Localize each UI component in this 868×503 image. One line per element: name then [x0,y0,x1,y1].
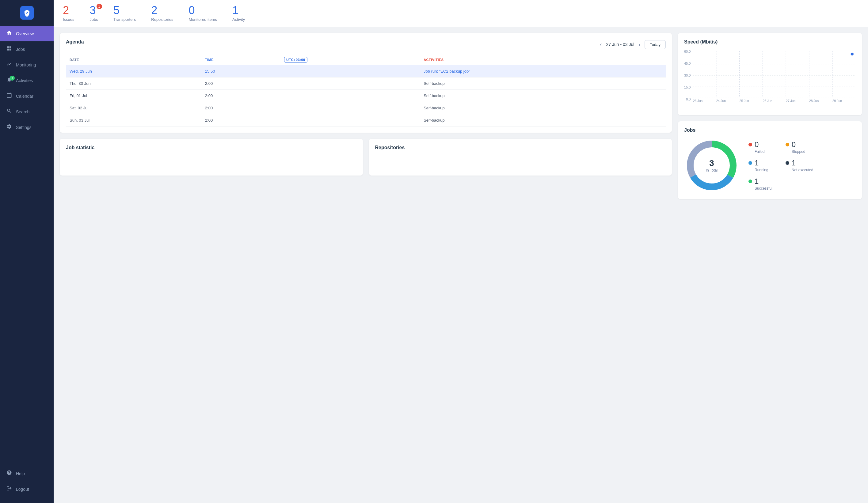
jobs-chart-title: Jobs [684,127,856,133]
agenda-activity: Self-backup [420,114,666,126]
agenda-date-range: 27 Jun - 03 Jul [606,42,634,47]
agenda-tz [280,114,420,126]
running-dot [748,161,752,165]
job-statistic-card: Job statistic [60,139,363,176]
stat-issues[interactable]: 2 Issues [63,5,74,22]
agenda-table: DATE TIME UTC+03:00 ACTIVITIES Wed, 29 J… [66,54,666,126]
agenda-row: Sun, 03 Jul 2:00 Self-backup [66,114,666,126]
speed-chart-title: Speed (Mbit/s) [684,39,856,45]
sidebar-item-label: Settings [16,125,32,130]
svg-text:28 Jun: 28 Jun [809,99,819,103]
col-tz: UTC+03:00 [280,54,420,65]
sidebar: Overview Jobs Monitoring 1 Activities [0,0,54,503]
search-icon [6,108,12,115]
y-label-60: 60.0 [684,50,691,53]
legend-failed: 0 Failed [748,140,776,154]
successful-dot [748,179,752,183]
sidebar-logo [0,0,54,23]
agenda-time: 15:50 [202,65,280,77]
sidebar-item-search[interactable]: Search [0,104,54,119]
settings-icon [6,124,12,131]
agenda-activity: Self-backup [420,102,666,114]
help-icon [6,470,12,477]
monitored-count: 0 [189,5,195,16]
sidebar-item-logout[interactable]: Logout [0,481,54,497]
svg-point-11 [851,53,854,55]
not-executed-dot [786,161,789,165]
activity-count: 1 [232,5,238,16]
failed-dot [748,143,752,146]
svg-text:27 Jun: 27 Jun [786,99,796,103]
content-area: Agenda ‹ 27 Jun - 03 Jul › Today DATE TI… [54,27,868,503]
svg-text:29 Jun: 29 Jun [833,99,842,103]
failed-label: Failed [748,149,776,154]
jobs-icon [6,46,12,53]
monitored-label: Monitored items [189,17,217,22]
stat-transporters[interactable]: 5 Transporters [113,5,136,22]
successful-label: Successful [748,186,776,190]
donut-total: 3 [706,158,717,168]
sidebar-item-settings[interactable]: Settings [0,119,54,135]
agenda-time: 2:00 [202,90,280,102]
sidebar-bottom: Help Logout [0,465,54,503]
agenda-tz [280,90,420,102]
donut-label: In Total [706,168,717,172]
stopped-dot [786,143,789,146]
y-label-15: 15.0 [684,85,691,89]
agenda-title: Agenda [66,39,84,45]
shield-icon [20,6,34,20]
sidebar-item-label: Jobs [16,47,25,52]
sidebar-item-help[interactable]: Help [0,465,54,481]
svg-text:25 Jun: 25 Jun [740,99,749,103]
sidebar-item-calendar[interactable]: Calendar [0,88,54,104]
bottom-row: Job statistic Repositories [60,139,672,176]
agenda-next-button[interactable]: › [637,40,641,49]
legend-not-executed: 1 Not executed [786,159,814,172]
activity-label: Activity [232,17,245,22]
y-label-0: 0.0 [686,97,691,101]
y-label-45: 45.0 [684,62,691,65]
sidebar-navigation: Overview Jobs Monitoring 1 Activities [0,23,54,465]
sidebar-item-activities[interactable]: 1 Activities [0,73,54,88]
agenda-date: Sat, 02 Jul [66,102,202,114]
agenda-tz [280,65,420,77]
stopped-count: 0 [786,140,814,149]
agenda-row: Thu, 30 Jun 2:00 Self-backup [66,77,666,90]
issues-label: Issues [63,17,74,22]
stat-activity[interactable]: 1 Activity [232,5,245,22]
repositories-count: 2 [151,5,157,16]
jobs-label: Jobs [90,17,98,22]
transporters-count: 5 [113,5,120,16]
stat-jobs[interactable]: 3 1 Jobs [90,5,98,22]
sidebar-item-label: Monitoring [16,63,36,67]
jobs-count: 3 1 [90,5,96,16]
sidebar-item-label: Search [16,109,29,114]
stat-repositories[interactable]: 2 Repositories [151,5,173,22]
jobs-badge: 1 [96,4,102,9]
sidebar-item-monitoring[interactable]: Monitoring [0,57,54,73]
agenda-activity: Job run: "EC2 backup job" [420,65,666,77]
sidebar-item-label: Help [16,471,25,476]
activities-badge: 1 [10,76,15,81]
agenda-header: Agenda ‹ 27 Jun - 03 Jul › Today [66,39,666,50]
agenda-today-button[interactable]: Today [644,40,666,49]
sidebar-item-label: Activities [16,78,33,83]
successful-count: 1 [748,177,776,186]
sidebar-item-jobs[interactable]: Jobs [0,41,54,57]
main-content: 2 Issues 3 1 Jobs 5 Transporters 2 Repos… [54,0,868,503]
agenda-date: Sun, 03 Jul [66,114,202,126]
jobs-legend: 0 Failed 0 Stopped [748,140,813,190]
right-column: Speed (Mbit/s) 60.0 45.0 30.0 15.0 0.0 [678,33,862,497]
sidebar-item-label: Calendar [16,94,33,99]
agenda-time: 2:00 [202,102,280,114]
not-executed-count: 1 [786,159,814,167]
repositories-label: Repositories [151,17,173,22]
left-column: Agenda ‹ 27 Jun - 03 Jul › Today DATE TI… [60,33,672,497]
agenda-activity: Self-backup [420,77,666,90]
agenda-date: Fri, 01 Jul [66,90,202,102]
agenda-prev-button[interactable]: ‹ [599,40,603,49]
sidebar-item-overview[interactable]: Overview [0,26,54,41]
timezone-badge: UTC+03:00 [284,57,307,63]
donut-center: 3 In Total [706,158,717,172]
stat-monitored[interactable]: 0 Monitored items [189,5,217,22]
